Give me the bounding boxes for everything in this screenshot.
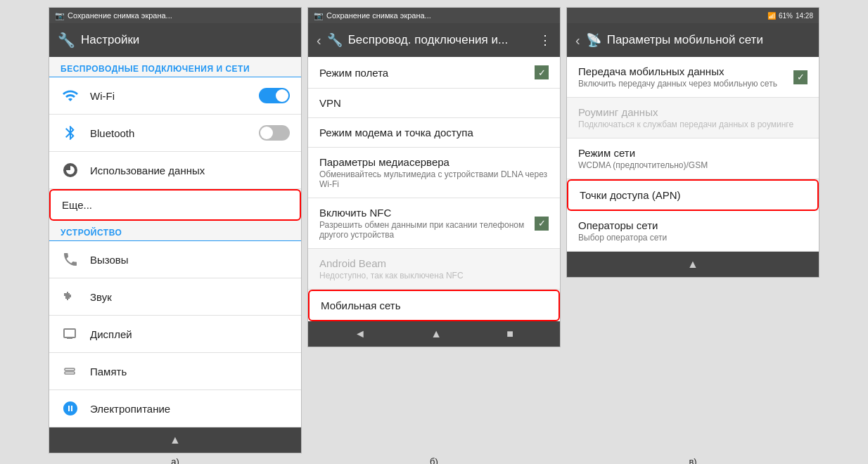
status-bar-text-a: Сохранение снимка экрана... [68, 11, 172, 20]
item-bluetooth[interactable]: Bluetooth [49, 115, 301, 152]
svg-rect-5 [68, 293, 70, 299]
airplane-text: Режим полета [319, 67, 525, 79]
status-bar-title-b: 📷 Сохранение снимка экрана... [314, 11, 431, 20]
mediaserver-title: Параметры медиасервера [319, 156, 549, 168]
wifi-toggle[interactable] [259, 88, 290, 103]
nfc-text: Включить NFC Разрешить обмен данными при… [319, 207, 525, 240]
svg-rect-10 [65, 372, 75, 374]
bottom-home-b[interactable]: ▲ [430, 328, 442, 340]
bottom-home-c[interactable]: ▲ [687, 258, 698, 271]
bottom-bar-b: ◄ ▲ ■ [308, 321, 560, 347]
item-network-operators[interactable]: Операторы сети Выбор оператора сети [567, 211, 819, 252]
display-icon [60, 324, 80, 344]
item-apn[interactable]: Точки доступа (APN) [567, 179, 819, 211]
item-display[interactable]: Дисплей [49, 316, 301, 353]
status-icons-c: 📶 61% 14:28 [767, 12, 813, 20]
back-arrow-b[interactable]: ‹ [317, 32, 321, 49]
network-operators-text: Операторы сети Выбор оператора сети [578, 219, 808, 243]
item-android-beam: Android Beam Недоступно, так как выключе… [308, 249, 560, 290]
sound-title: Звук [90, 291, 290, 303]
vpn-text: VPN [319, 97, 549, 109]
item-airplane[interactable]: Режим полета ✓ [308, 57, 560, 89]
item-mediaserver[interactable]: Параметры медиасервера Обменивайтесь мул… [308, 148, 560, 198]
svg-rect-4 [67, 292, 68, 300]
mediaserver-text: Параметры медиасервера Обменивайтесь мул… [319, 156, 549, 189]
network-mode-subtitle: WCDMA (предпочтительно)/GSM [578, 160, 808, 170]
more-title: Еще... [62, 199, 288, 211]
top-bar-title-c: Параметры мобильной сети [607, 33, 810, 47]
network-mode-text: Режим сети WCDMA (предпочтительно)/GSM [578, 147, 808, 170]
item-mobile-data[interactable]: Передача мобильных данных Включить перед… [567, 57, 819, 98]
item-data-usage[interactable]: Использование данных [49, 152, 301, 189]
modem-title: Режим модема и точка доступа [319, 127, 549, 138]
status-bar-a: 📷 Сохранение снимка экрана... [49, 8, 301, 23]
back-arrow-c[interactable]: ‹ [575, 32, 580, 49]
bottom-bar-c: ▲ [567, 252, 819, 277]
svg-rect-6 [70, 295, 71, 297]
calls-icon [60, 250, 80, 269]
top-bar-title-b: Беспровод. подключения и... [348, 33, 533, 47]
mobile-data-checkbox[interactable]: ✓ [793, 70, 808, 84]
bottom-recent-b[interactable]: ■ [506, 328, 513, 340]
mobile-network-title: Мобильная сеть [321, 299, 547, 311]
label-c: в) [566, 456, 819, 464]
screen-a: 📷 Сохранение снимка экрана... 🔧 Настройк… [49, 7, 302, 453]
storage-text: Память [90, 366, 290, 378]
svg-rect-7 [64, 329, 75, 337]
more-icon-b[interactable]: ⋮ [539, 32, 551, 48]
item-modem[interactable]: Режим модема и точка доступа [308, 118, 560, 148]
top-bar-c: ‹ 📡 Параметры мобильной сети [567, 23, 819, 57]
svg-rect-9 [65, 368, 75, 370]
display-title: Дисплей [90, 328, 290, 340]
item-data-roaming: Роуминг данных Подключаться к службам пе… [567, 98, 819, 138]
content-c: Передача мобильных данных Включить перед… [567, 57, 819, 252]
storage-icon [60, 361, 80, 381]
item-sound[interactable]: Звук [49, 278, 301, 316]
data-usage-title: Использование данных [90, 165, 290, 176]
svg-rect-2 [64, 295, 65, 296]
power-icon [60, 399, 80, 418]
data-usage-text: Использование данных [90, 165, 290, 176]
nfc-checkbox[interactable]: ✓ [535, 217, 549, 231]
network-operators-title: Операторы сети [578, 219, 808, 231]
item-vpn[interactable]: VPN [308, 89, 560, 118]
airplane-checkbox[interactable]: ✓ [535, 65, 549, 79]
modem-text: Режим модема и точка доступа [319, 127, 549, 138]
svg-rect-8 [67, 337, 72, 339]
top-bar-a: 🔧 Настройки [49, 23, 301, 57]
apn-title: Точки доступа (APN) [580, 189, 806, 201]
item-mobile-network[interactable]: Мобильная сеть [308, 290, 560, 321]
mobile-data-title: Передача мобильных данных [578, 65, 784, 77]
item-nfc[interactable]: Включить NFC Разрешить обмен данными при… [308, 198, 560, 249]
item-wifi[interactable]: Wi-Fi [49, 77, 301, 115]
power-title: Электропитание [90, 403, 290, 415]
android-beam-text: Android Beam Недоступно, так как выключе… [319, 257, 549, 281]
wireless-icon-b: 🔧 [327, 32, 343, 48]
content-b: Режим полета ✓ VPN Режим модема и точка … [308, 57, 560, 321]
bottom-back-a[interactable]: ▲ [170, 434, 181, 446]
mobile-data-text: Передача мобильных данных Включить перед… [578, 65, 784, 89]
bottom-back-b[interactable]: ◄ [355, 328, 366, 340]
wifi-icon [60, 86, 80, 105]
network-mode-title: Режим сети [578, 147, 808, 159]
network-operators-subtitle: Выбор оператора сети [578, 233, 808, 243]
display-text: Дисплей [90, 328, 290, 340]
airplane-title: Режим полета [319, 67, 525, 79]
bluetooth-toggle[interactable] [259, 125, 290, 141]
screens-labels: а) б) в) [49, 456, 819, 464]
item-storage[interactable]: Память [49, 353, 301, 390]
sound-icon [60, 287, 80, 307]
item-more[interactable]: Еще... [49, 189, 301, 221]
bottom-bar-a: ▲ [49, 427, 301, 453]
mediaserver-subtitle: Обменивайтесь мультимедиа с устройствами… [319, 169, 549, 189]
item-network-mode[interactable]: Режим сети WCDMA (предпочтительно)/GSM [567, 138, 819, 179]
svg-rect-3 [65, 293, 67, 299]
signal-icon-c: 📶 [767, 12, 776, 20]
vpn-title: VPN [319, 97, 549, 109]
mobile-data-subtitle: Включить передачу данных через мобильную… [578, 79, 784, 89]
item-power[interactable]: Электропитание [49, 390, 301, 427]
section-header-wireless: БЕСПРОВОДНЫЕ ПОДКЛЮЧЕНИЯ И СЕТИ [49, 57, 301, 77]
screens-row: 📷 Сохранение снимка экрана... 🔧 Настройк… [49, 7, 819, 453]
item-calls[interactable]: Вызовы [49, 241, 301, 278]
calls-title: Вызовы [90, 254, 290, 266]
